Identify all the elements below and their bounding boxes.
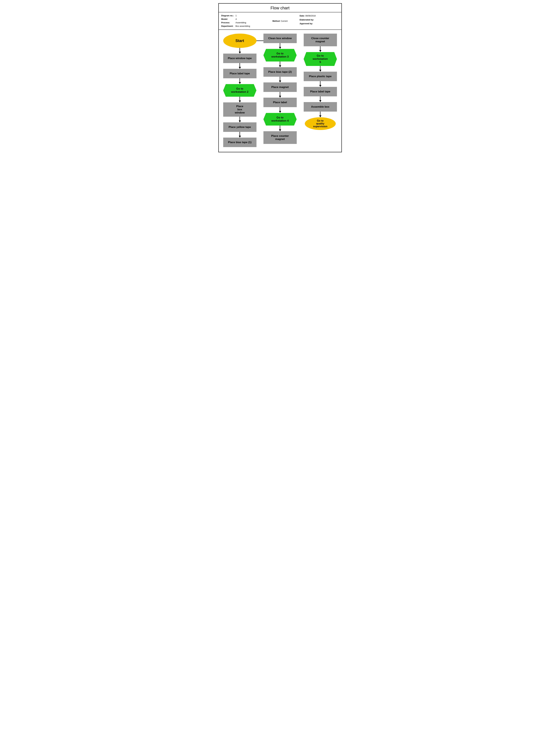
arrow-stem: [240, 48, 240, 52]
assemble-box: Assemble box: [304, 102, 337, 112]
column-2: Clean box window Go to workstation 3: [262, 33, 298, 144]
start-node: Start: [223, 33, 257, 48]
arrow-3-2: [319, 66, 321, 72]
page: Flow chart Diagram no.: 1 Model: A Proce…: [218, 3, 342, 152]
diagram-value: 1: [236, 14, 237, 18]
go-to-workstation-2-label: Go to workstation 2: [231, 87, 248, 94]
place-bias-tape-2-label: Place bias tape (2): [268, 70, 292, 73]
arrow-head: [239, 52, 241, 53]
model-value: A: [236, 18, 237, 21]
arrow-3-3: [319, 81, 321, 87]
approved-row: Approved by:: [299, 22, 339, 26]
arrow-3-5: [319, 112, 321, 117]
close-counter-magnet-label: Close counter magnet: [311, 37, 329, 43]
process-value: Assembling: [236, 21, 246, 24]
date-row: Date: 08/08/2018: [299, 14, 339, 18]
elaborated-row: Elaborated by:: [299, 18, 339, 22]
clean-box-window-label: Clean box window: [268, 37, 292, 40]
diagram-label: Diagram no.:: [221, 14, 236, 18]
approved-label: Approved by:: [299, 22, 313, 25]
arrow-2-5: [279, 107, 281, 113]
arrow-1-2: [239, 63, 241, 69]
place-counter-magnet-label: Place counter magnet: [271, 134, 289, 141]
place-box-window: Place box window: [223, 102, 257, 117]
place-magnet: Place magnet: [264, 83, 297, 92]
place-label-tape-col1-label: Place label tape: [230, 72, 250, 75]
place-magnet-label: Place magnet: [271, 86, 289, 89]
column-3: Close counter magnet Go to workstation 5: [302, 33, 339, 130]
assemble-box-label: Assemble box: [311, 105, 330, 109]
arrow-3-4: [319, 96, 321, 102]
arrow-1-4: [239, 97, 241, 102]
go-to-workstation-4: Go to workstation 4: [264, 113, 297, 125]
arrow-1-5: [239, 117, 241, 122]
title-text: Flow chart: [271, 5, 290, 10]
go-to-workstation-5-label: Go to workstation 5: [313, 54, 328, 64]
place-bias-tape-1-label: Place bias tape (1): [228, 141, 251, 144]
arrow-2-4: [279, 92, 281, 98]
place-label-label: Place label: [273, 101, 287, 104]
go-to-quality-supervision-label: Go to quality supervision: [313, 119, 327, 128]
meta-left: Diagram no.: 1 Model: A Process: Assembl…: [221, 14, 261, 28]
meta-right: Date: 08/08/2018 Elaborated by: Approved…: [299, 14, 339, 28]
flowchart-area: Start Place window tape: [219, 30, 341, 152]
clean-box-window: Clean box window: [264, 33, 297, 43]
elaborated-label: Elaborated by:: [299, 19, 314, 21]
go-to-workstation-3-label: Go to workstation 3: [271, 52, 289, 58]
start-label: Start: [236, 39, 244, 43]
go-to-workstation-2: Go to workstation 2: [223, 84, 257, 97]
go-to-workstation-5: Go to workstation 5: [304, 52, 337, 66]
place-plastic-tape: Place plastic tape: [304, 72, 337, 81]
arrow-2-2: [279, 62, 281, 67]
place-yellow-tape-label: Place yellow tape: [228, 125, 251, 129]
diagram-row: Diagram no.: 1: [221, 14, 261, 18]
arrow-2-6: [279, 125, 281, 131]
go-to-workstation-4-label: Go to workstation 4: [271, 116, 289, 122]
place-counter-magnet: Place counter magnet: [264, 131, 297, 144]
close-counter-magnet: Close counter magnet: [304, 33, 337, 46]
date-value: 08/08/2018: [305, 15, 316, 17]
go-to-quality-supervision: Go to quality supervision: [305, 117, 336, 130]
place-window-tape: Place window tape: [223, 53, 257, 63]
department-value: Box assembling: [236, 24, 250, 28]
arrow-1-3: [239, 78, 241, 84]
place-label: Place label: [264, 98, 297, 107]
meta-center: Method Current: [261, 14, 299, 28]
arrow-2-3: [279, 77, 281, 83]
model-label: Model:: [221, 18, 236, 21]
place-window-tape-label: Place window tape: [228, 57, 252, 60]
place-label-tape-col3-label: Place label tape: [310, 90, 331, 93]
meta-section: Diagram no.: 1 Model: A Process: Assembl…: [219, 13, 341, 30]
arrow-1-1: [239, 48, 241, 53]
place-bias-tape-2: Place bias tape (2): [264, 67, 297, 77]
place-label-tape-col1: Place label tape: [223, 69, 257, 78]
process-label: Process:: [221, 21, 236, 24]
model-row: Model: A: [221, 18, 261, 21]
place-label-tape-col3: Place label tape: [304, 87, 337, 96]
column-1: Start Place window tape: [222, 33, 258, 147]
method-value: Current: [281, 20, 288, 22]
go-to-workstation-3: Go to workstation 3: [264, 49, 297, 62]
date-label: Date:: [299, 15, 305, 17]
page-title: Flow chart: [219, 4, 341, 13]
arrow-1-6: [239, 132, 241, 138]
place-plastic-tape-label: Place plastic tape: [309, 75, 332, 78]
flowchart-columns: Start Place window tape: [222, 33, 339, 147]
process-row: Process: Assembling: [221, 21, 261, 24]
place-box-window-label: Place box window: [235, 105, 245, 114]
arrow-3-1: [319, 46, 321, 52]
place-bias-tape-1: Place bias tape (1): [223, 138, 257, 147]
arrow-2-1: [279, 43, 281, 49]
method-label: Method: [272, 20, 280, 22]
department-label: Department:: [221, 24, 236, 28]
place-yellow-tape: Place yellow tape: [223, 122, 257, 132]
department-row: Department: Box assembling: [221, 24, 261, 28]
